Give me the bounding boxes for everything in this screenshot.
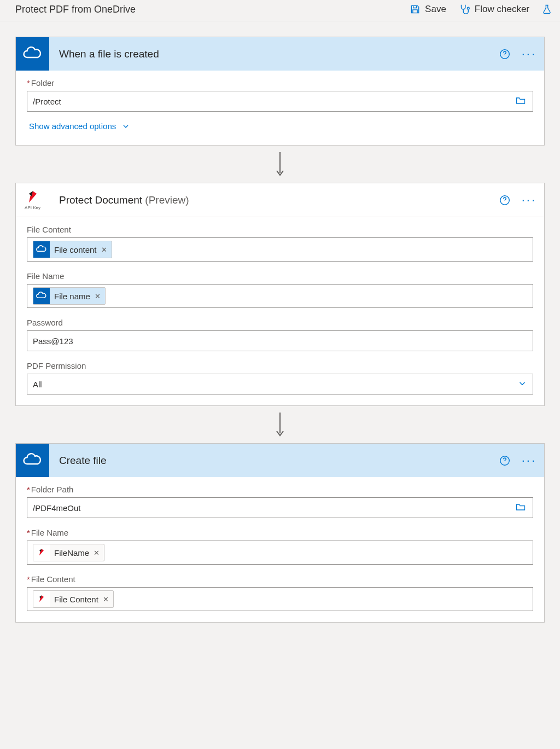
chevron-down-icon (121, 122, 130, 131)
token-remove-icon[interactable]: ✕ (95, 292, 101, 300)
permission-value: All (33, 380, 42, 389)
test-button[interactable] (541, 3, 552, 15)
more-icon[interactable]: ··· (522, 193, 536, 207)
trigger-title: When a file is created (49, 48, 499, 60)
file-name-field: File Name File name ✕ (27, 271, 533, 308)
file-content-label: File Content (27, 225, 533, 234)
cf-file-content-label: *File Content (27, 574, 533, 584)
file-content-token[interactable]: File content ✕ (33, 241, 112, 258)
save-label: Save (425, 4, 446, 15)
create-file-body: *Folder Path /PDF4meOut *File Name (16, 477, 544, 622)
onedrive-icon (33, 241, 50, 258)
folder-path-label: *Folder Path (27, 485, 533, 494)
file-name-label: File Name (27, 271, 533, 281)
folder-path-input[interactable]: /PDF4meOut (27, 497, 533, 518)
password-input[interactable]: Pass@123 (27, 330, 533, 351)
file-name-input[interactable]: File name ✕ (27, 284, 533, 308)
create-file-title: Create file (49, 455, 499, 467)
file-content-field: File Content File content ✕ (27, 225, 533, 262)
folder-path-value: /PDF4meOut (33, 503, 81, 513)
save-button[interactable]: Save (410, 4, 446, 15)
flow-canvas: When a file is created ··· *Folder /Prot… (0, 21, 560, 638)
connector-arrow (15, 406, 545, 443)
cf-file-content-input[interactable]: File Content ✕ (27, 587, 533, 611)
folder-field: *Folder /Protect (27, 78, 533, 112)
onedrive-icon (16, 444, 49, 477)
save-icon (410, 4, 421, 15)
svg-point-0 (467, 7, 469, 9)
protect-card: API Key Protect Document (Preview) ··· F… (15, 183, 545, 406)
permission-select[interactable]: All (27, 374, 533, 394)
folder-input[interactable]: /Protect (27, 91, 533, 112)
folder-label: *Folder (27, 78, 533, 88)
onedrive-icon (16, 37, 49, 71)
password-label: Password (27, 318, 533, 327)
show-advanced-label: Show advanced options (29, 121, 116, 131)
cf-file-name-input[interactable]: FileName ✕ (27, 541, 533, 565)
trigger-body: *Folder /Protect Show advanced options (16, 71, 544, 145)
create-file-header[interactable]: Create file ··· (16, 444, 544, 477)
flow-checker-button[interactable]: Flow checker (458, 3, 529, 15)
file-content-input[interactable]: File content ✕ (27, 237, 533, 262)
flow-checker-label: Flow checker (475, 4, 529, 15)
apikey-icon (33, 544, 50, 561)
cf-file-name-field: *File Name FileName ✕ (27, 528, 533, 565)
permission-label: PDF Permission (27, 361, 533, 370)
apikey-icon (33, 591, 50, 607)
chevron-down-icon[interactable] (517, 379, 527, 390)
token-remove-icon[interactable]: ✕ (94, 549, 100, 557)
protect-body: File Content File content ✕ File Name (16, 217, 544, 405)
folder-value: /Protect (33, 97, 61, 106)
help-icon[interactable] (499, 194, 511, 206)
onedrive-icon (33, 288, 50, 304)
protect-title: Protect Document (Preview) (49, 194, 499, 206)
folder-picker-icon[interactable] (514, 502, 527, 514)
file-name-token[interactable]: File name ✕ (33, 287, 106, 305)
connector-arrow (15, 146, 545, 183)
trigger-card: When a file is created ··· *Folder /Prot… (15, 37, 545, 146)
token-remove-icon[interactable]: ✕ (101, 246, 107, 254)
file-content-token[interactable]: File Content ✕ (33, 590, 114, 608)
show-advanced-button[interactable]: Show advanced options (27, 121, 130, 131)
permission-field: PDF Permission All (27, 361, 533, 394)
more-icon[interactable]: ··· (522, 454, 536, 468)
token-remove-icon[interactable]: ✕ (103, 595, 109, 603)
preview-tag: (Preview) (145, 194, 189, 206)
trigger-header[interactable]: When a file is created ··· (16, 37, 544, 71)
flask-icon (541, 3, 552, 15)
apikey-icon: API Key (16, 183, 49, 217)
flow-title: Protect PDF from OneDrive (15, 4, 410, 15)
topbar-actions: Save Flow checker (410, 3, 552, 15)
file-name-token[interactable]: FileName ✕ (33, 544, 104, 561)
password-value: Pass@123 (33, 336, 73, 346)
create-file-card: Create file ··· *Folder Path /PDF4meOut (15, 443, 545, 623)
topbar: Protect PDF from OneDrive Save Flow chec… (0, 0, 560, 21)
folder-path-field: *Folder Path /PDF4meOut (27, 485, 533, 518)
help-icon[interactable] (499, 48, 511, 60)
password-field: Password Pass@123 (27, 318, 533, 351)
cf-file-content-field: *File Content File Content ✕ (27, 574, 533, 611)
protect-header[interactable]: API Key Protect Document (Preview) ··· (16, 183, 544, 217)
stethoscope-icon (458, 3, 470, 15)
more-icon[interactable]: ··· (522, 47, 536, 61)
folder-picker-icon[interactable] (514, 95, 527, 108)
help-icon[interactable] (499, 455, 511, 467)
cf-file-name-label: *File Name (27, 528, 533, 537)
